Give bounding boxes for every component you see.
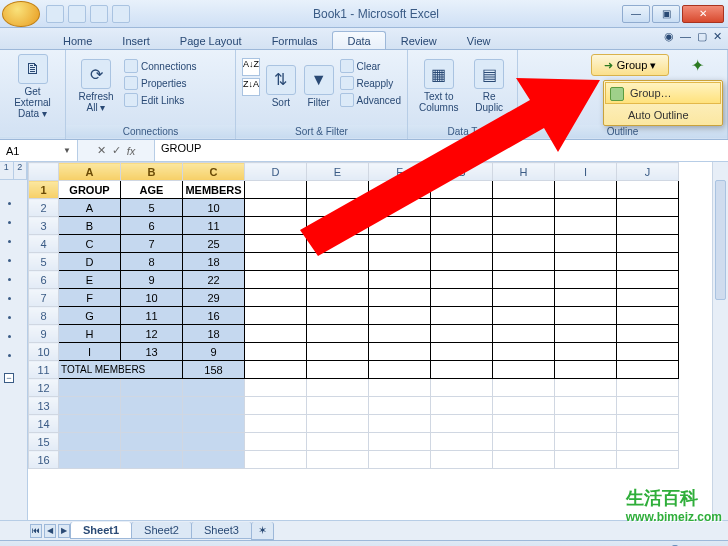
sheet-nav-next[interactable]: ▶ [58, 524, 70, 538]
help-icon[interactable]: ◉ [664, 30, 674, 43]
cell-D9[interactable] [245, 325, 307, 343]
cell-G13[interactable] [431, 397, 493, 415]
cell-A14[interactable] [59, 415, 121, 433]
row-header-9[interactable]: 9 [29, 325, 59, 343]
cell-B10[interactable]: 13 [121, 343, 183, 361]
cell-C8[interactable]: 16 [183, 307, 245, 325]
name-box-dropdown-icon[interactable]: ▼ [63, 146, 71, 155]
row-header-15[interactable]: 15 [29, 433, 59, 451]
cell-B16[interactable] [121, 451, 183, 469]
row-header-10[interactable]: 10 [29, 343, 59, 361]
col-header-D[interactable]: D [245, 163, 307, 181]
cell-D10[interactable] [245, 343, 307, 361]
connections-button[interactable]: Connections [122, 58, 199, 74]
row-header-11[interactable]: 11 [29, 361, 59, 379]
row-header-7[interactable]: 7 [29, 289, 59, 307]
cell-F16[interactable] [369, 451, 431, 469]
cell-G3[interactable] [431, 217, 493, 235]
cell-A6[interactable]: E [59, 271, 121, 289]
cell-H2[interactable] [493, 199, 555, 217]
cell-G6[interactable] [431, 271, 493, 289]
cell-A16[interactable] [59, 451, 121, 469]
tab-insert[interactable]: Insert [107, 31, 165, 49]
qat-undo-icon[interactable] [68, 5, 86, 23]
cell-D7[interactable] [245, 289, 307, 307]
cell-I5[interactable] [555, 253, 617, 271]
row-header-3[interactable]: 3 [29, 217, 59, 235]
cell-A2[interactable]: A [59, 199, 121, 217]
minimize-button[interactable]: — [622, 5, 650, 23]
cell-F2[interactable] [369, 199, 431, 217]
cell-F8[interactable] [369, 307, 431, 325]
col-header-J[interactable]: J [617, 163, 679, 181]
cell-E9[interactable] [307, 325, 369, 343]
row-header-14[interactable]: 14 [29, 415, 59, 433]
cell-B1[interactable]: AGE [121, 181, 183, 199]
cell-D2[interactable] [245, 199, 307, 217]
cell-E6[interactable] [307, 271, 369, 289]
cell-J14[interactable] [617, 415, 679, 433]
outline-dot[interactable] [8, 240, 11, 243]
cell-I12[interactable] [555, 379, 617, 397]
cell-H10[interactable] [493, 343, 555, 361]
cell-I11[interactable] [555, 361, 617, 379]
row-header-6[interactable]: 6 [29, 271, 59, 289]
outline-dot[interactable] [8, 259, 11, 262]
properties-button[interactable]: Properties [122, 75, 199, 91]
col-header-C[interactable]: C [183, 163, 245, 181]
qat-customize-icon[interactable] [112, 5, 130, 23]
cell-I14[interactable] [555, 415, 617, 433]
outline-dot[interactable] [8, 202, 11, 205]
group-dropdown-button[interactable]: ➜ Group ▾ [591, 54, 669, 76]
cell-F13[interactable] [369, 397, 431, 415]
tab-formulas[interactable]: Formulas [257, 31, 333, 49]
menu-item-auto-outline[interactable]: Auto Outline [604, 105, 722, 125]
cell-H15[interactable] [493, 433, 555, 451]
cell-G4[interactable] [431, 235, 493, 253]
get-external-data-button[interactable]: 🗎Get External Data ▾ [4, 52, 61, 120]
outline-level-1[interactable]: 1 [0, 162, 14, 179]
cell-D15[interactable] [245, 433, 307, 451]
cell-A4[interactable]: C [59, 235, 121, 253]
cell-I13[interactable] [555, 397, 617, 415]
cell-H5[interactable] [493, 253, 555, 271]
edit-links-button[interactable]: Edit Links [122, 92, 199, 108]
close-workbook-icon[interactable]: ✕ [713, 30, 722, 43]
cell-E15[interactable] [307, 433, 369, 451]
cell-F4[interactable] [369, 235, 431, 253]
cell-B6[interactable]: 9 [121, 271, 183, 289]
clear-button[interactable]: Clear [338, 58, 403, 74]
cell-C13[interactable] [183, 397, 245, 415]
formula-input[interactable]: GROUP [154, 140, 728, 161]
cell-J11[interactable] [617, 361, 679, 379]
cell-J3[interactable] [617, 217, 679, 235]
sheet-tab-new[interactable]: ✶ [251, 522, 274, 540]
sheet-tab-2[interactable]: Sheet2 [131, 522, 192, 539]
cell-total-label[interactable]: TOTAL MEMBERS [59, 361, 183, 379]
minimize-ribbon-icon[interactable]: — [680, 30, 691, 43]
cell-C7[interactable]: 29 [183, 289, 245, 307]
cell-I15[interactable] [555, 433, 617, 451]
reapply-button[interactable]: Reapply [338, 75, 403, 91]
cell-I1[interactable] [555, 181, 617, 199]
cell-H14[interactable] [493, 415, 555, 433]
cell-B5[interactable]: 8 [121, 253, 183, 271]
cell-H7[interactable] [493, 289, 555, 307]
cell-G7[interactable] [431, 289, 493, 307]
office-button[interactable] [2, 1, 40, 27]
cell-B14[interactable] [121, 415, 183, 433]
cell-F7[interactable] [369, 289, 431, 307]
cell-J16[interactable] [617, 451, 679, 469]
cell-I6[interactable] [555, 271, 617, 289]
cell-B12[interactable] [121, 379, 183, 397]
sheet-nav-prev[interactable]: ◀ [44, 524, 56, 538]
advanced-button[interactable]: Advanced [338, 92, 403, 108]
filter-button[interactable]: ▼Filter [300, 52, 338, 120]
cell-C2[interactable]: 10 [183, 199, 245, 217]
cell-E7[interactable] [307, 289, 369, 307]
cell-H12[interactable] [493, 379, 555, 397]
sheet-tab-3[interactable]: Sheet3 [191, 522, 252, 539]
tab-page-layout[interactable]: Page Layout [165, 31, 257, 49]
cell-C16[interactable] [183, 451, 245, 469]
cell-E14[interactable] [307, 415, 369, 433]
